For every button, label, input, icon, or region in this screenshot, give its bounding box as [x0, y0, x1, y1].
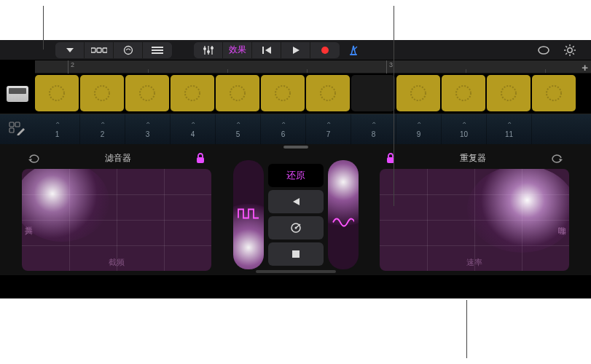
chevron-up-icon: ⌃: [145, 121, 151, 129]
lock-button[interactable]: [384, 151, 397, 165]
svg-point-32: [275, 86, 290, 100]
svg-point-31: [230, 86, 245, 100]
clip[interactable]: [487, 75, 531, 111]
clip[interactable]: [532, 75, 576, 111]
chevron-up-icon: ⌃: [416, 121, 422, 129]
reverse-button[interactable]: [268, 190, 324, 213]
stop-icon: [291, 250, 300, 258]
menu-button[interactable]: [55, 42, 85, 58]
record-button[interactable]: [310, 42, 340, 58]
pad-tab[interactable]: ⌃6: [261, 114, 306, 144]
pad-tab[interactable]: ⌃10: [442, 114, 487, 144]
cycle-effect-button[interactable]: [26, 150, 42, 166]
cycle-effect-button[interactable]: [549, 150, 565, 166]
clip[interactable]: [442, 75, 485, 111]
scratch-icon: [289, 222, 302, 234]
pad-tab[interactable]: ⌃2: [80, 114, 125, 144]
rewind-icon: [262, 46, 272, 55]
svg-rect-5: [152, 50, 163, 51]
lock-button[interactable]: [194, 151, 207, 165]
clip[interactable]: [396, 75, 440, 111]
pad-tab[interactable]: ⌃4: [171, 114, 216, 144]
clip-strip[interactable]: [35, 74, 591, 114]
svg-point-3: [124, 46, 132, 54]
svg-point-34: [411, 86, 426, 100]
scratch-button[interactable]: [268, 216, 324, 240]
repeater-title: 重复器: [397, 152, 549, 165]
rewind-button[interactable]: [252, 42, 281, 58]
pad-tab[interactable]: ⌃3: [125, 114, 171, 144]
transport-group: 效果: [194, 42, 340, 58]
filter-panel: 滤音器 共振 截频: [22, 149, 211, 271]
drag-handle[interactable]: [283, 146, 308, 149]
svg-point-12: [211, 47, 214, 50]
menu-down-icon: [65, 47, 75, 54]
instrument-browser-button[interactable]: [114, 42, 143, 58]
track-list-button[interactable]: [143, 42, 172, 58]
svg-point-28: [95, 86, 109, 100]
bottom-handle[interactable]: [256, 270, 336, 273]
settings-button[interactable]: [560, 42, 579, 58]
repeater-xy-pad[interactable]: 咖啡 速率: [380, 169, 569, 271]
pad-tab[interactable]: ⌃11: [487, 114, 532, 144]
svg-rect-45: [292, 250, 300, 258]
clip[interactable]: [216, 75, 259, 111]
cycle-icon: [27, 152, 42, 164]
add-section-button[interactable]: +: [582, 61, 588, 74]
play-button[interactable]: [281, 42, 310, 58]
svg-rect-0: [91, 48, 95, 52]
view-group: [55, 42, 172, 58]
clip-row: [0, 74, 591, 114]
filter-xy-pad[interactable]: 共振 截频: [22, 169, 211, 271]
clip[interactable]: [261, 75, 305, 111]
loop-browser-button[interactable]: [534, 42, 553, 58]
record-icon: [321, 46, 329, 55]
gater-slider[interactable]: [233, 160, 264, 269]
app-window: 效果 2 3: [0, 40, 591, 298]
pad-tab[interactable]: ⌃8: [351, 114, 396, 144]
metronome-button[interactable]: [344, 42, 363, 58]
reverse-icon: [291, 197, 301, 206]
tracks-view-button[interactable]: [85, 42, 114, 58]
chevron-up-icon: ⌃: [461, 121, 467, 129]
svg-line-23: [565, 46, 567, 47]
svg-rect-38: [9, 122, 14, 127]
ruler-mark: 2: [68, 60, 74, 74]
chevron-up-icon: ⌃: [371, 121, 377, 129]
clip[interactable]: [125, 75, 169, 111]
toolbar: 效果: [0, 40, 591, 60]
clip[interactable]: [35, 75, 79, 111]
cycle-icon: [549, 152, 564, 164]
timeline-ruler[interactable]: 2 3 +: [35, 60, 591, 74]
clip-empty[interactable]: [351, 75, 395, 111]
instrument-icon: [122, 45, 135, 55]
svg-point-36: [501, 86, 516, 100]
pad-tab[interactable]: ⌃5: [216, 114, 261, 144]
wobble-slider[interactable]: [328, 160, 359, 269]
mixer-button[interactable]: [194, 42, 223, 58]
pad-tab[interactable]: ⌃7: [306, 114, 351, 144]
svg-point-10: [207, 50, 210, 53]
sampler-track-icon[interactable]: [7, 86, 28, 102]
clip[interactable]: [306, 75, 350, 111]
fx-section: 滤音器 共振 截频: [0, 144, 591, 275]
edit-pads-button[interactable]: [9, 121, 26, 138]
svg-rect-39: [15, 122, 20, 127]
svg-line-24: [573, 52, 574, 54]
edit-pads-icon: [9, 121, 26, 135]
clip[interactable]: [80, 75, 124, 111]
clip[interactable]: [171, 75, 214, 111]
svg-point-37: [547, 86, 561, 100]
chevron-up-icon: ⌃: [190, 121, 196, 129]
pad-tab[interactable]: ⌃1: [35, 114, 80, 144]
reset-button[interactable]: 还原: [268, 164, 324, 187]
svg-point-17: [539, 47, 549, 54]
svg-point-27: [50, 86, 64, 100]
fx-button[interactable]: 效果: [223, 42, 252, 58]
pad-tab[interactable]: ⌃9: [396, 114, 442, 144]
number-tabs-row: ⌃1 ⌃2 ⌃3 ⌃4 ⌃5 ⌃6 ⌃7 ⌃8 ⌃9 ⌃10 ⌃11: [0, 114, 591, 144]
svg-point-33: [321, 86, 335, 100]
svg-rect-6: [152, 52, 163, 54]
stop-button[interactable]: [268, 242, 324, 266]
svg-point-35: [456, 86, 471, 100]
